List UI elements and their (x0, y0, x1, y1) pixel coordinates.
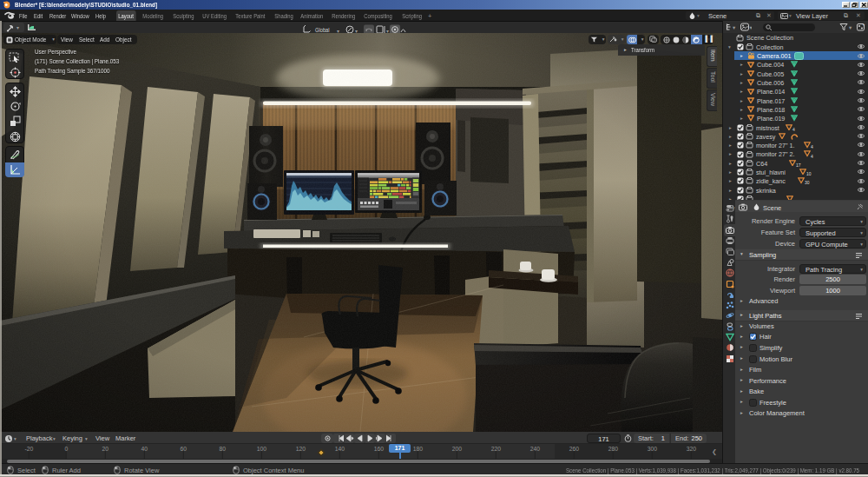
svg-text:▾: ▾ (849, 24, 852, 30)
svg-text:▾: ▾ (750, 24, 753, 30)
svg-text:▾: ▾ (733, 24, 736, 30)
svg-text:+: + (863, 23, 865, 27)
